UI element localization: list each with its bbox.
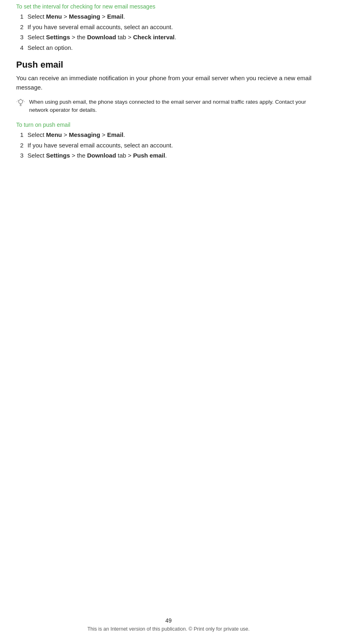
footer-note: This is an Internet version of this publ… [0,626,337,632]
push-email-title: Push email [16,60,321,70]
step-text: Select Menu > Messaging > Email. [28,12,321,21]
list-item: 4 Select an option. [16,43,321,53]
list-item: 2 If you have several email accounts, se… [16,23,321,32]
page-number: 49 [0,617,337,624]
step-text: Select Settings > the Download tab > Che… [28,33,321,42]
step-number: 3 [16,33,23,42]
step-text: Select an option. [28,43,321,53]
svg-point-0 [19,100,23,104]
section1-steps: 1 Select Menu > Messaging > Email. 2 If … [16,12,321,52]
tip-icon [16,98,25,109]
step-text: If you have several email accounts, sele… [28,23,321,32]
svg-line-5 [18,100,19,101]
step-number: 2 [16,141,23,150]
step-text: Select Menu > Messaging > Email. [28,130,321,140]
step-number: 3 [16,151,23,160]
section2-steps: 1 Select Menu > Messaging > Email. 2 If … [16,130,321,160]
step-number: 2 [16,23,23,32]
section2-heading: To turn on push email [16,122,321,128]
list-item: 2 If you have several email accounts, se… [16,141,321,150]
push-email-body: You can receive an immediate notificatio… [16,73,321,92]
step-number: 1 [16,12,23,21]
step-number: 4 [16,43,23,53]
svg-line-6 [23,100,24,101]
tip-text: When using push email, the phone stays c… [29,98,321,115]
step-text: If you have several email accounts, sele… [28,141,321,150]
page-footer: 49 This is an Internet version of this p… [0,617,337,632]
step-number: 1 [16,130,23,140]
section1-heading: To set the interval for checking for new… [16,3,321,10]
tip-box: When using push email, the phone stays c… [16,98,321,115]
step-text: Select Settings > the Download tab > Pus… [28,151,321,160]
list-item: 3 Select Settings > the Download tab > C… [16,33,321,42]
page-content: To set the interval for checking for new… [0,0,337,200]
list-item: 1 Select Menu > Messaging > Email. [16,130,321,140]
list-item: 1 Select Menu > Messaging > Email. [16,12,321,21]
list-item: 3 Select Settings > the Download tab > P… [16,151,321,160]
